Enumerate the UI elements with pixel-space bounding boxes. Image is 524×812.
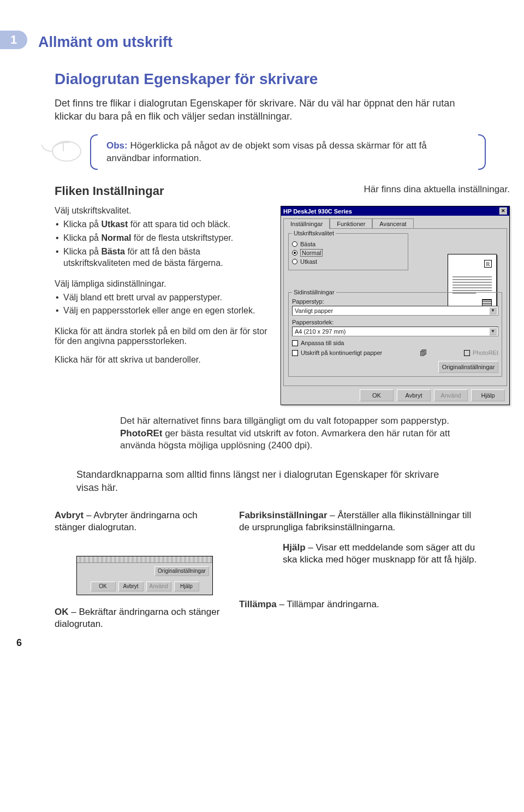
tab-settings[interactable]: Inställningar bbox=[283, 218, 330, 229]
tab-advanced[interactable]: Avancerat bbox=[372, 218, 413, 229]
ok-button[interactable]: OK bbox=[360, 389, 394, 401]
paper-type-label: Papperstyp: bbox=[292, 298, 498, 305]
chapter-badge: 1 bbox=[0, 31, 27, 49]
chevron-down-icon[interactable]: ▼ bbox=[489, 307, 497, 315]
photoret-checkbox[interactable]: PhotoREt bbox=[464, 349, 498, 356]
radio-normal[interactable]: Normal bbox=[292, 249, 404, 257]
mini-defaults-button[interactable]: Originalinställningar bbox=[154, 566, 209, 576]
photoret-note: Det här alternativet finns bara tillgäng… bbox=[120, 415, 464, 451]
mouse-icon bbox=[38, 135, 90, 170]
help-button[interactable]: Hjälp bbox=[471, 389, 505, 401]
page-settings-lead: Välj lämpliga sidinställningar. bbox=[55, 279, 267, 289]
note-text: Högerklicka på något av de objekt som vi… bbox=[106, 140, 427, 163]
factory-defaults-button[interactable]: Originalinställningar bbox=[438, 361, 498, 373]
fit-to-page-checkbox[interactable]: Anpassa till sida bbox=[292, 340, 498, 346]
mini-apply-button[interactable]: Använd bbox=[146, 582, 171, 591]
preview-r-icon: R bbox=[484, 260, 492, 268]
banner-note: Klicka här för att skriva ut banderoller… bbox=[55, 355, 267, 365]
bullet: Välj bland ett brett urval av papperstyp… bbox=[55, 292, 267, 304]
cancel-button[interactable]: Avbryt bbox=[397, 389, 431, 401]
mini-cancel-button[interactable]: Avbryt bbox=[118, 582, 144, 591]
tab-features[interactable]: Funktioner bbox=[330, 218, 372, 229]
mini-dialog: Originalinställningar OK Avbryt Använd H… bbox=[76, 556, 213, 595]
chapter-title: Allmänt om utskrift bbox=[38, 34, 486, 51]
caption-current-settings: Här finns dina aktuella inställningar. bbox=[335, 184, 510, 195]
group-quality-label: Utskriftskvalitet bbox=[292, 230, 336, 236]
paper-type-select[interactable]: Vanligt papper ▼ bbox=[292, 306, 498, 316]
dialog-title: HP DeskJet 930C Series bbox=[283, 208, 352, 215]
mini-ok-button[interactable]: OK bbox=[91, 582, 116, 591]
note-box: Obs: Högerklicka på något av de objekt s… bbox=[90, 134, 486, 170]
bullet: Välj en pappersstorlek eller ange en ege… bbox=[55, 305, 267, 317]
resize-note: Klicka för att ändra storlek på en bild … bbox=[55, 327, 267, 346]
chevron-down-icon[interactable]: ▼ bbox=[489, 328, 497, 335]
banner-checkbox[interactable]: Utskrift på kontinuerligt papper bbox=[292, 349, 382, 356]
group-page-label: Sidinställningar bbox=[292, 289, 336, 295]
apply-button[interactable]: Använd bbox=[434, 389, 468, 401]
quality-lead: Välj utskriftskvalitet. bbox=[55, 206, 267, 216]
close-icon[interactable]: ✕ bbox=[499, 208, 507, 215]
paper-size-label: Pappersstorlek: bbox=[292, 319, 498, 325]
banner-icon: 🗐 bbox=[420, 349, 427, 357]
section-heading: Dialogrutan Egenskaper för skrivare bbox=[55, 70, 486, 88]
standard-buttons-note: Standardknapparna som alltid finns längs… bbox=[76, 468, 464, 495]
note-label: Obs: bbox=[106, 140, 128, 151]
radio-draft[interactable]: Utkast bbox=[292, 258, 404, 265]
intro-text: Det finns tre flikar i dialogrutan Egens… bbox=[55, 97, 464, 123]
page-number: 6 bbox=[16, 637, 22, 649]
mini-help-button[interactable]: Hjälp bbox=[174, 582, 199, 591]
paper-size-select[interactable]: A4 (210 x 297 mm) ▼ bbox=[292, 327, 498, 336]
properties-dialog: HP DeskJet 930C Series ✕ Inställningar F… bbox=[281, 206, 510, 405]
radio-best[interactable]: Bästa bbox=[292, 241, 404, 247]
